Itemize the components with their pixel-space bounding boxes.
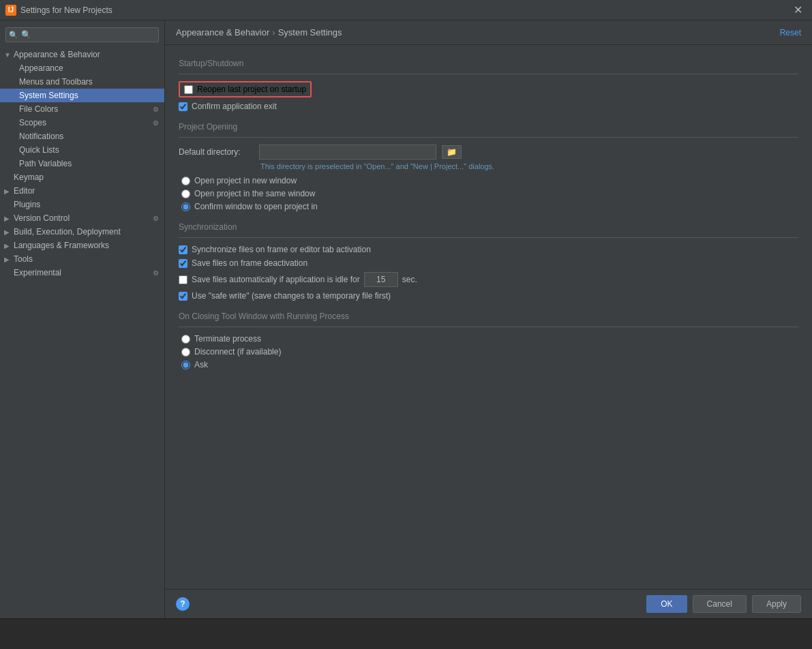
safe-write-row: Use "safe write" (save changes to a temp… [179, 291, 798, 301]
sidebar-item-plugins[interactable]: Plugins [0, 198, 164, 211]
save-deactivation-label[interactable]: Save files on frame deactivation [192, 258, 307, 268]
cancel-button[interactable]: Cancel [693, 595, 747, 613]
breadcrumb: Appearance & Behavior › System Settings [176, 27, 342, 37]
panel-header: Appearance & Behavior › System Settings … [165, 20, 812, 45]
sidebar-item-label: Quick Lists [19, 145, 159, 155]
expand-arrow-icon: ▶ [4, 242, 12, 250]
default-directory-label: Default directory: [179, 147, 254, 157]
sidebar-item-label: File Colors [19, 104, 153, 114]
idle-value-input[interactable] [364, 272, 398, 287]
disconnect-radio[interactable] [181, 348, 190, 357]
sidebar-item-languages-frameworks[interactable]: ▶ Languages & Frameworks [0, 239, 164, 252]
sync-files-checkbox[interactable] [179, 245, 187, 254]
expand-arrow-icon: ▶ [4, 187, 12, 195]
sidebar-item-label: Menus and Toolbars [19, 77, 159, 87]
confirm-window-label[interactable]: Confirm window to open project in [194, 202, 318, 211]
sidebar-item-quick-lists[interactable]: Quick Lists [0, 143, 164, 157]
file-colors-badge: ⚙ [153, 106, 159, 113]
sidebar-item-scopes[interactable]: Scopes ⚙ [0, 116, 164, 130]
open-new-window-radio[interactable] [181, 177, 190, 185]
sidebar-item-label: Languages & Frameworks [14, 241, 159, 250]
sidebar-item-path-variables[interactable]: Path Variables [0, 157, 164, 170]
browse-button[interactable]: 📁 [442, 145, 462, 159]
close-button[interactable]: ✕ [790, 2, 807, 18]
help-button[interactable]: ? [176, 597, 190, 611]
panel-body: Startup/Shutdown Reopen last project on … [165, 45, 812, 589]
safe-write-label[interactable]: Use "safe write" (save changes to a temp… [192, 291, 391, 301]
sidebar-item-label: Keymap [14, 172, 159, 182]
sidebar-item-keymap[interactable]: Keymap [0, 170, 164, 184]
sync-files-row: Synchronize files on frame or editor tab… [179, 245, 798, 254]
open-new-window-label[interactable]: Open project in new window [194, 176, 297, 185]
sidebar-item-appearance-behavior[interactable]: ▼ Appearance & Behavior [0, 48, 164, 61]
sidebar-item-build-execution[interactable]: ▶ Build, Execution, Deployment [0, 225, 164, 239]
apply-button[interactable]: Apply [752, 595, 801, 613]
footer: ? OK Cancel Apply [165, 589, 812, 618]
open-same-window-label[interactable]: Open project in the same window [194, 189, 315, 198]
sync-files-label[interactable]: Synchronize files on frame or editor tab… [192, 245, 371, 254]
save-idle-checkbox[interactable] [179, 275, 187, 284]
sidebar-item-menus-toolbars[interactable]: Menus and Toolbars [0, 75, 164, 89]
confirm-window-row: Confirm window to open project in [179, 202, 798, 211]
confirm-exit-row: Confirm application exit [179, 102, 798, 111]
terminate-row: Terminate process [179, 334, 798, 344]
sidebar-item-tools[interactable]: ▶ Tools [0, 252, 164, 266]
sidebar-item-label: Editor [14, 186, 159, 196]
sidebar-item-label: Path Variables [19, 159, 159, 168]
idle-value-field: sec. [364, 272, 417, 287]
ask-radio[interactable] [181, 361, 190, 369]
confirm-window-radio[interactable] [181, 202, 190, 211]
terminate-radio[interactable] [181, 335, 190, 344]
closing-section: On Closing Tool Window with Running Proc… [179, 312, 798, 369]
open-new-window-row: Open project in new window [179, 176, 798, 185]
idle-unit-label: sec. [402, 275, 417, 284]
safe-write-checkbox[interactable] [179, 292, 187, 301]
reopen-label[interactable]: Reopen last project on startup [197, 85, 306, 94]
confirm-exit-label[interactable]: Confirm application exit [192, 102, 277, 111]
ask-label[interactable]: Ask [194, 360, 208, 369]
footer-left: ? [176, 597, 190, 611]
sidebar-item-label: Appearance & Behavior [14, 50, 159, 59]
terminate-label[interactable]: Terminate process [194, 334, 261, 344]
sync-section: Synchronization Synchronize files on fra… [179, 222, 798, 301]
project-opening-section: Project Opening Default directory: 📁 Thi… [179, 122, 798, 211]
sidebar-item-label: Experimental [14, 268, 153, 277]
settings-window: IJ Settings for New Projects ✕ 🔍 ▼ Appea… [0, 0, 812, 649]
window-title: Settings for New Projects [20, 5, 790, 15]
open-same-window-row: Open project in the same window [179, 189, 798, 198]
sidebar-item-file-colors[interactable]: File Colors ⚙ [0, 102, 164, 116]
directory-hint: This directory is preselected in "Open..… [260, 162, 798, 170]
default-directory-input[interactable] [259, 145, 436, 160]
sidebar-item-label: Tools [14, 254, 159, 264]
sidebar-item-system-settings[interactable]: System Settings [0, 89, 164, 102]
expand-arrow-icon: ▶ [4, 256, 12, 263]
open-same-window-radio[interactable] [181, 190, 190, 198]
save-idle-label[interactable]: Save files automatically if application … [192, 275, 360, 284]
reset-button[interactable]: Reset [780, 28, 801, 37]
scopes-badge: ⚙ [153, 119, 159, 127]
sidebar-item-label: System Settings [19, 91, 159, 100]
sidebar-item-appearance[interactable]: Appearance [0, 61, 164, 75]
main-content: 🔍 ▼ Appearance & Behavior Appearance Men… [0, 20, 812, 618]
startup-section-label: Startup/Shutdown [179, 59, 798, 68]
sidebar-item-experimental[interactable]: Experimental ⚙ [0, 266, 164, 280]
expand-arrow-icon: ▼ [4, 51, 12, 59]
experimental-badge: ⚙ [153, 269, 159, 277]
save-deactivation-checkbox[interactable] [179, 259, 187, 268]
sidebar-item-label: Appearance [19, 63, 159, 73]
breadcrumb-parent: Appearance & Behavior [176, 27, 269, 37]
sync-section-label: Synchronization [179, 222, 798, 232]
search-input[interactable] [5, 27, 159, 42]
sidebar-item-label: Scopes [19, 118, 153, 127]
sidebar-item-editor[interactable]: ▶ Editor [0, 184, 164, 198]
save-idle-row: Save files automatically if application … [179, 272, 798, 287]
vc-badge: ⚙ [153, 215, 159, 222]
reopen-checkbox[interactable] [184, 85, 193, 94]
ok-button[interactable]: OK [646, 595, 687, 613]
disconnect-label[interactable]: Disconnect (if available) [194, 347, 281, 357]
sidebar-item-notifications[interactable]: Notifications [0, 130, 164, 143]
confirm-exit-checkbox[interactable] [179, 102, 187, 111]
project-divider [179, 137, 798, 138]
sidebar-item-version-control[interactable]: ▶ Version Control ⚙ [0, 211, 164, 225]
project-opening-label: Project Opening [179, 122, 798, 132]
